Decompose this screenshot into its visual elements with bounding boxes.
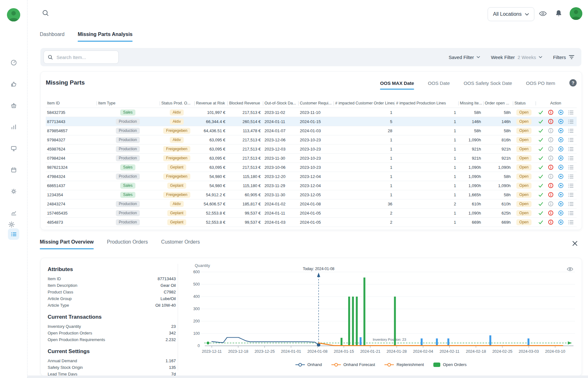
tab-customer-orders[interactable]: Customer Orders bbox=[161, 239, 200, 249]
info-icon[interactable] bbox=[548, 183, 554, 188]
column-header[interactable]: Customer Requi... bbox=[299, 99, 334, 108]
eye-icon[interactable] bbox=[558, 164, 564, 170]
tab-oos-po-item[interactable]: OOS PO Item bbox=[526, 80, 555, 90]
list-icon[interactable] bbox=[568, 174, 573, 179]
info-icon[interactable] bbox=[548, 155, 554, 161]
check-icon[interactable] bbox=[538, 183, 543, 188]
column-header[interactable]: Item ID bbox=[46, 99, 97, 108]
column-header[interactable]: Status Prod. O... bbox=[160, 99, 195, 108]
tab-missing-part-overview[interactable]: Missing Part Overview bbox=[40, 239, 94, 249]
table-row[interactable]: 07984244ProductionFreigegeben63,095 €217… bbox=[46, 154, 577, 163]
list-icon[interactable] bbox=[568, 110, 573, 115]
bar-chart-icon[interactable] bbox=[8, 121, 19, 133]
list-icon[interactable] bbox=[568, 165, 573, 170]
info-icon[interactable] bbox=[548, 219, 554, 225]
column-header[interactable]: Revenue at Risk bbox=[195, 99, 228, 108]
table-row[interactable]: 879854657ProductionFreigegeben64,436.51 … bbox=[46, 126, 577, 135]
eye-icon[interactable] bbox=[558, 210, 564, 216]
check-icon[interactable] bbox=[538, 156, 543, 161]
location-selector[interactable]: All Locations bbox=[488, 7, 534, 21]
search-item-input[interactable] bbox=[56, 54, 111, 60]
tab-dashboard[interactable]: Dashboard bbox=[40, 32, 64, 42]
table-row[interactable]: 47984324ProductionFreigegeben54,980 €115… bbox=[46, 172, 577, 181]
eye-icon[interactable] bbox=[558, 146, 564, 152]
info-icon[interactable] bbox=[548, 174, 554, 179]
tab-oos-max-date[interactable]: OOS MAX Date bbox=[380, 80, 414, 90]
saved-filter-dropdown[interactable]: Saved Filter bbox=[448, 55, 480, 60]
table-row[interactable]: 24843274ProductionAktiv54,606.57 €185,81… bbox=[46, 199, 577, 209]
info-icon[interactable] bbox=[548, 210, 554, 216]
eye-icon[interactable] bbox=[558, 155, 564, 161]
list-icon[interactable] bbox=[568, 202, 573, 206]
check-icon[interactable] bbox=[538, 192, 543, 198]
table-row[interactable]: 987621324SalesGeplant63,095 €217,513 €20… bbox=[46, 163, 577, 172]
gear-icon[interactable] bbox=[8, 221, 15, 228]
list-icon[interactable] bbox=[568, 220, 573, 225]
column-header[interactable]: Order open ... bbox=[484, 99, 513, 108]
eye-icon[interactable] bbox=[558, 174, 564, 179]
eye-icon[interactable] bbox=[558, 119, 564, 124]
thumbs-up-icon[interactable] bbox=[8, 78, 19, 90]
table-row[interactable]: 45987624ProductionFreigegeben63,095 €217… bbox=[46, 145, 577, 154]
eye-icon[interactable] bbox=[558, 137, 564, 143]
eye-icon[interactable] bbox=[539, 10, 547, 17]
table-row[interactable]: 68651437SalesGeplant54,980 €115,180 €202… bbox=[46, 181, 577, 190]
info-icon[interactable] bbox=[548, 192, 554, 198]
eye-icon[interactable] bbox=[558, 201, 564, 207]
check-icon[interactable] bbox=[538, 110, 543, 115]
list-icon[interactable] bbox=[568, 183, 573, 188]
list-icon[interactable] bbox=[568, 147, 573, 151]
info-icon[interactable] bbox=[548, 137, 554, 143]
info-icon[interactable] bbox=[548, 164, 554, 170]
filters-button[interactable]: Filters bbox=[553, 55, 574, 60]
basket-icon[interactable] bbox=[8, 100, 19, 111]
info-icon[interactable] bbox=[548, 201, 554, 207]
logo-avatar[interactable] bbox=[7, 8, 20, 21]
table-row[interactable]: 58432735SalesAktiv101,997 €217,513 €2023… bbox=[46, 108, 577, 117]
check-icon[interactable] bbox=[538, 201, 543, 207]
list-icon[interactable] bbox=[568, 138, 573, 142]
gauge-icon[interactable] bbox=[8, 57, 19, 68]
check-icon[interactable] bbox=[538, 119, 543, 124]
eye-icon[interactable] bbox=[558, 128, 564, 133]
list-icon[interactable] bbox=[568, 211, 573, 216]
week-filter-dropdown[interactable]: Week Filter 2 Weeks bbox=[491, 55, 542, 60]
check-icon[interactable] bbox=[538, 210, 543, 216]
list-icon[interactable] bbox=[8, 228, 19, 240]
tab-production-orders[interactable]: Production Orders bbox=[107, 239, 148, 249]
column-header[interactable]: Item Type bbox=[97, 99, 160, 108]
list-icon[interactable] bbox=[568, 192, 573, 197]
column-header[interactable]: Status bbox=[513, 99, 536, 108]
info-icon[interactable] bbox=[548, 128, 554, 133]
list-icon[interactable] bbox=[568, 128, 573, 133]
cog-badge-icon[interactable] bbox=[8, 186, 19, 197]
monitor-icon[interactable] bbox=[8, 143, 19, 154]
legend-item[interactable]: Onhand bbox=[295, 362, 322, 367]
table-row[interactable]: 87713443ProductionAktiv66,344.4 €260,514… bbox=[46, 117, 577, 126]
legend-item[interactable]: Open Orders bbox=[433, 362, 466, 367]
eye-icon[interactable] bbox=[558, 192, 564, 198]
check-icon[interactable] bbox=[538, 128, 543, 133]
eye-icon[interactable] bbox=[558, 183, 564, 188]
column-header[interactable]: Blocked Revenue bbox=[228, 99, 263, 108]
column-header[interactable]: Action bbox=[536, 99, 577, 108]
check-icon[interactable] bbox=[538, 174, 543, 179]
close-icon[interactable] bbox=[572, 240, 578, 246]
table-row[interactable]: 157465435ProductionGeplant52,553.8 €99,5… bbox=[46, 209, 577, 218]
table-row[interactable]: 97984327ProductionAktiv63,095 €217,513 €… bbox=[46, 135, 577, 145]
check-icon[interactable] bbox=[538, 220, 543, 225]
table-row[interactable]: 4854873ProductionGeplant52,553.8 €99,537… bbox=[46, 218, 577, 227]
tab-missing-parts-analysis[interactable]: Missing Parts Analysis bbox=[78, 32, 133, 42]
check-icon[interactable] bbox=[538, 165, 543, 170]
help-icon[interactable]: ? bbox=[569, 79, 577, 86]
check-icon[interactable] bbox=[538, 137, 543, 143]
tab-oos-date[interactable]: OOS Date bbox=[428, 80, 450, 90]
info-icon[interactable] bbox=[548, 146, 554, 152]
info-icon[interactable] bbox=[548, 109, 554, 115]
column-header[interactable]: # impacted Production Lines bbox=[395, 99, 459, 108]
legend-item[interactable]: Onhand Forecast bbox=[331, 362, 375, 367]
column-header[interactable]: Missing Ite... bbox=[459, 99, 484, 108]
line-chart-icon[interactable] bbox=[8, 207, 19, 218]
bell-icon[interactable] bbox=[555, 9, 562, 17]
check-icon[interactable] bbox=[538, 146, 543, 152]
